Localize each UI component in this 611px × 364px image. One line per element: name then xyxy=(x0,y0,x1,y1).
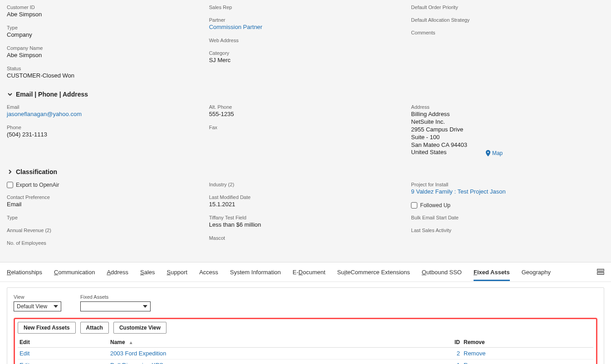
row-edit-link[interactable]: Edit xyxy=(20,362,29,364)
svg-point-0 xyxy=(487,152,489,153)
label-address: Address xyxy=(411,104,604,110)
map-pin-icon xyxy=(485,150,491,156)
tab-e-document[interactable]: E-Document xyxy=(293,263,325,281)
label-fixed-assets-filter: Fixed Assets xyxy=(80,294,151,300)
tab-system-information[interactable]: System Information xyxy=(230,263,281,281)
fixed-assets-highlight: New Fixed Assets Attach Customize View E… xyxy=(14,318,597,364)
followed-up-checkbox[interactable]: Followed Up xyxy=(411,202,604,209)
label-industry: Industry (2) xyxy=(209,182,402,187)
label-view: View xyxy=(14,294,61,300)
map-link[interactable]: Map xyxy=(485,150,503,156)
layout-toggle-icon[interactable] xyxy=(597,269,604,275)
svg-rect-1 xyxy=(597,269,604,271)
export-to-openair-checkbox[interactable]: Export to OpenAir xyxy=(7,182,200,188)
primary-col-3: Default Order Priority Default Allocatio… xyxy=(411,5,604,86)
value-status: CUSTOMER-Closed Won xyxy=(7,72,200,79)
address-line: San Mateo CA 94403 xyxy=(411,141,467,149)
label-followed-up: Followed Up xyxy=(420,202,450,209)
label-no-employees: No. of Employees xyxy=(7,240,200,246)
col-id[interactable]: ID xyxy=(444,336,462,348)
partner-link[interactable]: Commission Partner xyxy=(209,24,263,30)
fixed-assets-table: Edit Name▲ ID Remove Edit2003 Ford Exped… xyxy=(18,336,593,364)
label-annual-revenue: Annual Revenue (2) xyxy=(7,228,200,233)
col-remove[interactable]: Remove xyxy=(462,336,593,348)
label-type-2: Type xyxy=(7,215,200,220)
label-mascot: Mascot xyxy=(209,235,402,241)
row-id-link[interactable]: 2 xyxy=(457,350,460,357)
section-title-classification: Classification xyxy=(16,168,57,175)
email-link[interactable]: jasoneflanagan@yahoo.com xyxy=(7,111,82,117)
svg-rect-2 xyxy=(597,272,604,274)
new-fixed-assets-button[interactable]: New Fixed Assets xyxy=(18,322,76,334)
label-alt-phone: Alt. Phone xyxy=(209,104,402,110)
tab-fixed-assets[interactable]: Fixed Assets xyxy=(474,263,510,281)
primary-col-2: Sales Rep PartnerCommission Partner Web … xyxy=(209,5,402,86)
label-contact-preference: Contact Preference xyxy=(7,194,200,200)
value-customer-id: Abe Simpson xyxy=(7,11,200,18)
value-alt-phone: 555-1235 xyxy=(209,111,402,117)
row-name-link[interactable]: 2003 Ford Expedition xyxy=(110,350,166,357)
view-selected: Default View xyxy=(17,303,47,310)
address-line: Suite - 100 xyxy=(411,134,467,141)
label-last-sales-activity: Last Sales Activity xyxy=(411,228,604,233)
primary-col-1: Customer IDAbe Simpson TypeCompany Compa… xyxy=(7,5,200,86)
dropdown-caret-icon xyxy=(54,305,58,308)
col-name[interactable]: Name▲ xyxy=(108,336,444,348)
label-company-name: Company Name xyxy=(7,45,200,51)
view-select[interactable]: Default View xyxy=(14,301,61,311)
label-sales-rep: Sales Rep xyxy=(209,5,402,10)
customer-details: Customer IDAbe Simpson TypeCompany Compa… xyxy=(0,0,611,262)
classification-columns: Export to OpenAir Contact PreferenceEmai… xyxy=(7,182,604,253)
checkbox-icon xyxy=(411,202,417,209)
tab-outbound-sso[interactable]: Outbound SSO xyxy=(422,263,462,281)
section-toggle-contact[interactable]: Email | Phone | Address xyxy=(7,91,604,98)
tab-geography[interactable]: Geography xyxy=(522,263,551,281)
subtab-bar: RelationshipsCommunicationAddressSalesSu… xyxy=(0,262,611,282)
label-partner: Partner xyxy=(209,17,402,23)
address-line: 2955 Campus Drive xyxy=(411,126,467,134)
tab-suitecommerce-extensions[interactable]: SuiteCommerce Extensions xyxy=(337,263,410,281)
tab-address[interactable]: Address xyxy=(107,263,128,281)
row-id-link[interactable]: 1 xyxy=(457,362,460,364)
table-row: EditDell Dimension XPS1Remove xyxy=(18,359,593,364)
label-phone: Phone xyxy=(7,125,200,130)
row-remove-link[interactable]: Remove xyxy=(464,362,485,364)
label-project-install: Project for Install xyxy=(411,182,604,187)
fixed-assets-select[interactable] xyxy=(80,301,151,311)
fixed-assets-panel: View Default View Fixed Assets New Fixed… xyxy=(7,287,604,364)
contact-columns: Emailjasoneflanagan@yahoo.com Phone(504)… xyxy=(7,104,604,164)
label-customer-id: Customer ID xyxy=(7,5,200,10)
tab-relationships[interactable]: Relationships xyxy=(7,263,42,281)
value-type: Company xyxy=(7,31,200,38)
label-comments: Comments xyxy=(411,30,604,35)
attach-button[interactable]: Attach xyxy=(80,322,109,334)
address-line: United States xyxy=(411,149,467,156)
value-contact-preference: Email xyxy=(7,201,200,208)
label-default-order-priority: Default Order Priority xyxy=(411,5,604,10)
label-default-allocation-strategy: Default Allocation Strategy xyxy=(411,17,604,23)
row-remove-link[interactable]: Remove xyxy=(464,350,485,357)
map-label: Map xyxy=(492,150,503,156)
tab-sales[interactable]: Sales xyxy=(140,263,155,281)
label-fax: Fax xyxy=(209,125,402,130)
label-type: Type xyxy=(7,25,200,30)
row-edit-link[interactable]: Edit xyxy=(20,350,29,357)
label-email: Email xyxy=(7,104,200,110)
label-export-to-openair: Export to OpenAir xyxy=(16,182,59,188)
customize-view-button[interactable]: Customize View xyxy=(113,322,166,334)
tab-support[interactable]: Support xyxy=(167,263,188,281)
table-row: Edit2003 Ford Expedition2Remove xyxy=(18,348,593,359)
label-bulk-email-start: Bulk Email Start Date xyxy=(411,215,604,220)
row-name-link[interactable]: Dell Dimension XPS xyxy=(110,362,163,364)
value-tiffany-test: Less than $6 million xyxy=(209,221,402,228)
address-line: Billing Address xyxy=(411,111,467,118)
checkbox-icon xyxy=(7,182,13,188)
tab-access[interactable]: Access xyxy=(199,263,218,281)
tab-communication[interactable]: Communication xyxy=(54,263,95,281)
project-install-link[interactable]: 9 Valdez Family : Test Project Jason xyxy=(411,188,505,195)
label-category: Category xyxy=(209,50,402,56)
section-title-contact: Email | Phone | Address xyxy=(16,91,88,98)
col-edit[interactable]: Edit xyxy=(18,336,108,348)
section-toggle-classification[interactable]: Classification xyxy=(7,168,604,175)
value-phone: (504) 231-1113 xyxy=(7,131,200,138)
